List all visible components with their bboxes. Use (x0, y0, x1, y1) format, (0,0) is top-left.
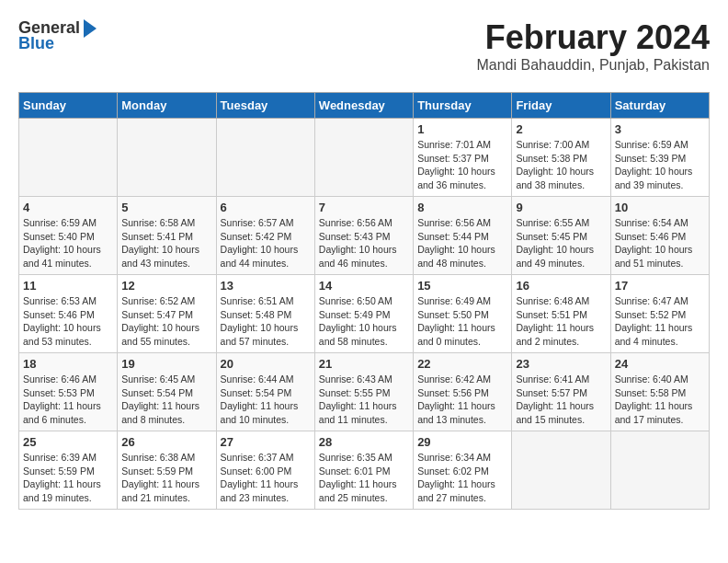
day-number: 9 (516, 201, 606, 214)
day-detail: Sunrise: 6:47 AM Sunset: 5:52 PM Dayligh… (615, 294, 705, 349)
day-detail: Sunrise: 6:39 AM Sunset: 5:59 PM Dayligh… (23, 451, 113, 505)
header-monday: Monday (118, 93, 216, 119)
day-number: 3 (615, 122, 705, 136)
day-detail: Sunrise: 7:00 AM Sunset: 5:38 PM Dayligh… (516, 138, 606, 192)
calendar-week-1: 1Sunrise: 7:01 AM Sunset: 5:37 PM Daylig… (19, 119, 710, 197)
day-number: 14 (319, 279, 409, 293)
day-number: 4 (23, 201, 113, 214)
day-detail: Sunrise: 6:58 AM Sunset: 5:41 PM Dayligh… (121, 216, 211, 270)
calendar-cell: 23Sunrise: 6:41 AM Sunset: 5:57 PM Dayli… (512, 353, 610, 431)
logo: General Blue (18, 18, 97, 53)
day-number: 11 (23, 279, 113, 293)
calendar-cell (512, 431, 610, 510)
calendar-cell: 6Sunrise: 6:57 AM Sunset: 5:42 PM Daylig… (216, 197, 314, 275)
day-number: 29 (417, 435, 507, 449)
calendar-cell (314, 119, 413, 197)
day-number: 24 (615, 357, 705, 371)
day-detail: Sunrise: 6:56 AM Sunset: 5:43 PM Dayligh… (319, 216, 409, 270)
calendar-cell: 14Sunrise: 6:50 AM Sunset: 5:49 PM Dayli… (314, 275, 413, 353)
logo-blue: Blue (18, 34, 54, 53)
header-sunday: Sunday (19, 93, 118, 119)
page-subtitle: Mandi Bahauddin, Punjab, Pakistan (476, 57, 710, 74)
calendar-week-5: 25Sunrise: 6:39 AM Sunset: 5:59 PM Dayli… (19, 431, 710, 510)
calendar-cell: 3Sunrise: 6:59 AM Sunset: 5:39 PM Daylig… (610, 119, 709, 197)
day-detail: Sunrise: 6:55 AM Sunset: 5:45 PM Dayligh… (516, 216, 606, 270)
day-detail: Sunrise: 6:43 AM Sunset: 5:55 PM Dayligh… (319, 373, 409, 427)
day-detail: Sunrise: 6:46 AM Sunset: 5:53 PM Dayligh… (23, 373, 113, 427)
calendar-week-4: 18Sunrise: 6:46 AM Sunset: 5:53 PM Dayli… (19, 353, 710, 431)
page-title: February 2024 (476, 18, 710, 57)
calendar-cell: 18Sunrise: 6:46 AM Sunset: 5:53 PM Dayli… (19, 353, 118, 431)
day-number: 10 (615, 201, 705, 214)
header-tuesday: Tuesday (216, 93, 314, 119)
calendar-cell: 20Sunrise: 6:44 AM Sunset: 5:54 PM Dayli… (216, 353, 314, 431)
calendar-cell: 4Sunrise: 6:59 AM Sunset: 5:40 PM Daylig… (19, 197, 118, 275)
calendar-week-3: 11Sunrise: 6:53 AM Sunset: 5:46 PM Dayli… (19, 275, 710, 353)
header-wednesday: Wednesday (314, 93, 413, 119)
calendar-cell: 28Sunrise: 6:35 AM Sunset: 6:01 PM Dayli… (314, 431, 413, 510)
calendar-cell: 15Sunrise: 6:49 AM Sunset: 5:50 PM Dayli… (414, 275, 512, 353)
day-number: 13 (221, 279, 311, 293)
day-detail: Sunrise: 6:59 AM Sunset: 5:39 PM Dayligh… (615, 138, 705, 192)
calendar-cell: 1Sunrise: 7:01 AM Sunset: 5:37 PM Daylig… (414, 119, 512, 197)
day-number: 21 (319, 357, 409, 371)
day-detail: Sunrise: 6:51 AM Sunset: 5:48 PM Dayligh… (221, 294, 311, 349)
day-detail: Sunrise: 6:57 AM Sunset: 5:42 PM Dayligh… (221, 216, 311, 270)
logo-arrow-icon (84, 19, 97, 38)
day-detail: Sunrise: 6:40 AM Sunset: 5:58 PM Dayligh… (615, 373, 705, 427)
day-detail: Sunrise: 6:45 AM Sunset: 5:54 PM Dayligh… (121, 373, 211, 427)
calendar-cell: 7Sunrise: 6:56 AM Sunset: 5:43 PM Daylig… (314, 197, 413, 275)
day-detail: Sunrise: 6:37 AM Sunset: 6:00 PM Dayligh… (221, 451, 311, 505)
day-detail: Sunrise: 6:54 AM Sunset: 5:46 PM Dayligh… (615, 216, 705, 270)
day-number: 28 (319, 435, 409, 449)
day-number: 26 (121, 435, 211, 449)
day-detail: Sunrise: 6:53 AM Sunset: 5:46 PM Dayligh… (23, 294, 113, 349)
calendar-cell: 9Sunrise: 6:55 AM Sunset: 5:45 PM Daylig… (512, 197, 610, 275)
day-number: 6 (221, 201, 311, 214)
calendar-cell: 13Sunrise: 6:51 AM Sunset: 5:48 PM Dayli… (216, 275, 314, 353)
day-detail: Sunrise: 6:42 AM Sunset: 5:56 PM Dayligh… (417, 373, 507, 427)
day-number: 17 (615, 279, 705, 293)
calendar-cell: 10Sunrise: 6:54 AM Sunset: 5:46 PM Dayli… (610, 197, 709, 275)
day-number: 19 (121, 357, 211, 371)
header: February 2024 Mandi Bahauddin, Punjab, P… (476, 18, 710, 83)
day-number: 12 (121, 279, 211, 293)
calendar-cell: 25Sunrise: 6:39 AM Sunset: 5:59 PM Dayli… (19, 431, 118, 510)
calendar-cell: 12Sunrise: 6:52 AM Sunset: 5:47 PM Dayli… (118, 275, 216, 353)
calendar-cell (216, 119, 314, 197)
calendar-cell: 27Sunrise: 6:37 AM Sunset: 6:00 PM Dayli… (216, 431, 314, 510)
day-number: 22 (417, 357, 507, 371)
header-friday: Friday (512, 93, 610, 119)
calendar-cell: 24Sunrise: 6:40 AM Sunset: 5:58 PM Dayli… (610, 353, 709, 431)
day-detail: Sunrise: 6:59 AM Sunset: 5:40 PM Dayligh… (23, 216, 113, 270)
day-number: 27 (221, 435, 311, 449)
calendar-cell: 29Sunrise: 6:34 AM Sunset: 6:02 PM Dayli… (414, 431, 512, 510)
calendar-cell: 2Sunrise: 7:00 AM Sunset: 5:38 PM Daylig… (512, 119, 610, 197)
day-detail: Sunrise: 6:48 AM Sunset: 5:51 PM Dayligh… (516, 294, 606, 349)
calendar-cell: 26Sunrise: 6:38 AM Sunset: 5:59 PM Dayli… (118, 431, 216, 510)
day-number: 1 (417, 122, 507, 136)
day-number: 16 (516, 279, 606, 293)
calendar-cell: 19Sunrise: 6:45 AM Sunset: 5:54 PM Dayli… (118, 353, 216, 431)
day-detail: Sunrise: 6:41 AM Sunset: 5:57 PM Dayligh… (516, 373, 606, 427)
day-number: 18 (23, 357, 113, 371)
calendar-cell (610, 431, 709, 510)
calendar-cell (118, 119, 216, 197)
day-detail: Sunrise: 6:34 AM Sunset: 6:02 PM Dayligh… (417, 451, 507, 505)
day-number: 2 (516, 122, 606, 136)
calendar-cell: 8Sunrise: 6:56 AM Sunset: 5:44 PM Daylig… (414, 197, 512, 275)
calendar-cell: 17Sunrise: 6:47 AM Sunset: 5:52 PM Dayli… (610, 275, 709, 353)
day-detail: Sunrise: 6:52 AM Sunset: 5:47 PM Dayligh… (121, 294, 211, 349)
day-number: 7 (319, 201, 409, 214)
day-detail: Sunrise: 6:49 AM Sunset: 5:50 PM Dayligh… (417, 294, 507, 349)
calendar-week-2: 4Sunrise: 6:59 AM Sunset: 5:40 PM Daylig… (19, 197, 710, 275)
day-detail: Sunrise: 6:35 AM Sunset: 6:01 PM Dayligh… (319, 451, 409, 505)
calendar-cell: 22Sunrise: 6:42 AM Sunset: 5:56 PM Dayli… (414, 353, 512, 431)
day-detail: Sunrise: 6:38 AM Sunset: 5:59 PM Dayligh… (121, 451, 211, 505)
day-detail: Sunrise: 6:44 AM Sunset: 5:54 PM Dayligh… (221, 373, 311, 427)
day-detail: Sunrise: 7:01 AM Sunset: 5:37 PM Dayligh… (417, 138, 507, 192)
day-number: 23 (516, 357, 606, 371)
day-number: 5 (121, 201, 211, 214)
calendar-cell (19, 119, 118, 197)
day-detail: Sunrise: 6:50 AM Sunset: 5:49 PM Dayligh… (319, 294, 409, 349)
